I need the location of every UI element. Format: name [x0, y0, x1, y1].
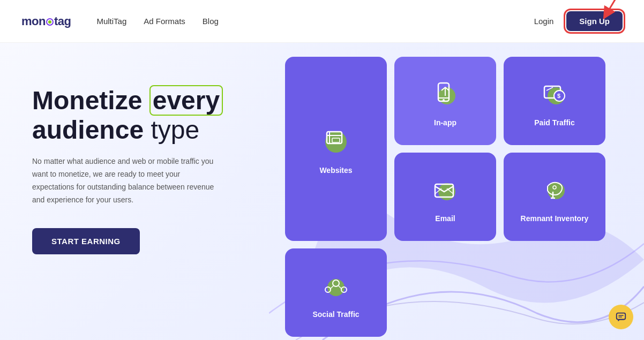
- remnant-label: Remnant Inventory: [521, 214, 589, 223]
- websites-label: Websites: [319, 166, 352, 175]
- navbar: montag MultiTag Ad Formats Blog Login Si…: [0, 0, 644, 43]
- hero-left: Monetize every audience type No matter w…: [0, 43, 246, 340]
- social-traffic-label: Social Traffic: [312, 310, 359, 319]
- inapp-icon: [426, 75, 464, 113]
- hero-headline: Monetize every audience type: [32, 86, 246, 145]
- nav-blog[interactable]: Blog: [203, 17, 219, 26]
- svg-text:$: $: [557, 93, 560, 99]
- card-inapp[interactable]: In-app: [394, 57, 496, 145]
- svg-point-8: [443, 99, 445, 101]
- signup-button[interactable]: Sign Up: [566, 11, 623, 31]
- paid-traffic-icon: $: [536, 75, 573, 113]
- social-icon: [317, 267, 355, 305]
- websites-icon: [317, 123, 355, 161]
- hero-right: Websites In-app: [246, 43, 644, 340]
- nav-ad-formats[interactable]: Ad Formats: [144, 17, 185, 26]
- card-paid-traffic[interactable]: $ Paid Traffic: [504, 57, 605, 145]
- email-label: Email: [435, 214, 455, 223]
- card-social[interactable]: Social Traffic: [285, 248, 387, 337]
- email-icon: [426, 171, 464, 209]
- login-button[interactable]: Login: [534, 17, 554, 26]
- logo[interactable]: montag: [21, 14, 71, 28]
- headline-highlight: every: [149, 85, 223, 116]
- remnant-icon: [536, 171, 573, 209]
- paid-traffic-label: Paid Traffic: [534, 118, 574, 127]
- svg-rect-25: [617, 313, 626, 320]
- nav-right: Login Sign Up: [534, 11, 623, 31]
- hero-description: No matter what audience and web or mobil…: [32, 155, 214, 206]
- svg-point-17: [548, 182, 565, 199]
- logo-o-icon: [46, 18, 54, 26]
- card-email[interactable]: Email: [394, 153, 496, 241]
- start-earning-button[interactable]: START EARNING: [32, 228, 140, 254]
- nav-links: MultiTag Ad Formats Blog: [96, 17, 534, 26]
- hero-section: Monetize every audience type No matter w…: [0, 43, 644, 340]
- cards-grid: Websites In-app: [285, 57, 605, 337]
- chat-button[interactable]: [609, 305, 633, 329]
- nav-multitag[interactable]: MultiTag: [96, 17, 126, 26]
- svg-point-0: [325, 131, 347, 153]
- message-icon: [615, 311, 627, 323]
- logo-text: montag: [21, 14, 71, 28]
- card-websites[interactable]: Websites: [285, 57, 387, 241]
- inapp-label: In-app: [434, 118, 456, 127]
- card-remnant[interactable]: Remnant Inventory: [504, 153, 605, 241]
